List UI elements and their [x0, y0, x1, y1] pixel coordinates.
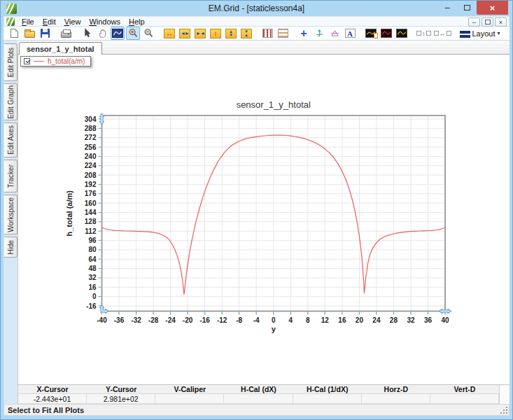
plot-dark-red-button[interactable]	[379, 27, 393, 40]
x-axis-label: y	[272, 325, 276, 333]
open-button[interactable]	[22, 27, 36, 40]
sidebar-tab-edit-graph[interactable]: Edit Graph	[4, 83, 17, 120]
layout-icon: Layout▾	[460, 29, 500, 38]
print-button[interactable]	[59, 27, 73, 40]
menu-windows[interactable]: Windows	[85, 18, 125, 26]
minimize-button[interactable]: –	[437, 1, 457, 15]
vertical-spacing-button[interactable]: ↕	[416, 27, 432, 40]
handle-top-left[interactable]	[100, 113, 104, 125]
split-horizontal-button[interactable]	[276, 27, 290, 40]
cursor-value-cell	[155, 394, 224, 404]
sidebar-tab-hide[interactable]: Hide	[4, 237, 17, 258]
select-trace-button[interactable]	[111, 27, 125, 40]
toolbar: ↔◄►►◄↕▲▼▼▲+A↕↔Layout▾	[3, 27, 510, 41]
sidebar: Edit PlotsEdit GraphEdit AxesTrackerWork…	[3, 41, 17, 404]
text-label-button[interactable]: A	[343, 27, 357, 40]
sidebar-tab-label: Edit Graph	[7, 85, 15, 119]
y-tick-label: 16	[88, 284, 97, 291]
plot-dark-red-icon	[381, 29, 392, 38]
copy-plot-button[interactable]	[364, 27, 378, 40]
zoom-out-button[interactable]	[141, 27, 155, 40]
document-area: sensor_1_y_htotal h_total(a/m) -40-36-32…	[17, 41, 510, 404]
pan-icon	[97, 28, 108, 38]
chart-svg[interactable]: -40-36-32-28-24-20-16-12-8-4048121620242…	[18, 55, 512, 382]
expand-y-icon: ▲▼	[225, 29, 237, 38]
zoom-in-button[interactable]	[126, 27, 140, 40]
crosshair-icon: +	[300, 29, 307, 38]
menu-help[interactable]: Help	[125, 18, 149, 26]
mdi-restore-button[interactable]	[482, 18, 493, 27]
plot-dark-yellow-button[interactable]	[395, 27, 409, 40]
x-tick-label: 28	[390, 316, 398, 324]
select-trace-icon	[112, 29, 123, 38]
plot-canvas[interactable]: h_total(a/m) -40-36-32-28-24-20-16-12-8-…	[17, 55, 510, 404]
split-vertical-button[interactable]	[260, 27, 274, 40]
cursor-table-header-row: X-CursorY-CursorV-CaliperH-Cal (dX)H-Cal…	[18, 385, 499, 394]
menu-edit[interactable]: Edit	[38, 18, 60, 26]
y-tick-label: -16	[86, 302, 97, 310]
cursor-col-header: Horz-D	[362, 385, 430, 393]
y-axis-label: h_total (a/m)	[65, 190, 73, 237]
caliper-button[interactable]	[328, 27, 342, 40]
caliper-icon	[330, 28, 340, 38]
menu-items: FileEditViewWindowsHelp	[17, 18, 149, 26]
layout-button[interactable]: Layout▾	[459, 27, 501, 40]
horizontal-spacing-button[interactable]: ↔	[433, 27, 452, 40]
y-tick-label: 32	[88, 274, 97, 281]
sidebar-tab-label: Hide	[7, 240, 15, 255]
x-tick-label: -28	[148, 316, 159, 324]
vertical-spacing-icon: ↕	[416, 30, 431, 37]
fit-x-button[interactable]: ↔	[162, 27, 176, 40]
cursor-value-cell	[224, 394, 293, 404]
y-tick-label: 80	[88, 246, 97, 253]
cursor-col-header: Y-Cursor	[87, 385, 155, 393]
y-tick-label: 0	[92, 293, 97, 300]
legend: h_total(a/m)	[20, 56, 91, 66]
x-tick-label: -12	[217, 316, 227, 324]
mdi-close-button[interactable]: ×	[495, 18, 507, 27]
new-document-button[interactable]	[7, 27, 21, 40]
shrink-y-button[interactable]: ▼▲	[239, 27, 253, 40]
menu-view[interactable]: View	[60, 18, 85, 26]
x-tick-label: 0	[272, 316, 276, 324]
sidebar-tab-edit-plots[interactable]: Edit Plots	[4, 43, 17, 81]
status-text: Select to Fit All Plots	[8, 406, 84, 414]
status-bar: Select to Fit All Plots	[3, 404, 510, 416]
pan-button[interactable]	[95, 27, 109, 40]
shrink-x-button[interactable]: ►◄	[193, 27, 207, 40]
horizontal-spacing-icon: ↔	[434, 30, 451, 37]
cursor-value-cell: 2.981e+02	[87, 394, 155, 404]
resize-grip[interactable]	[506, 412, 507, 414]
crosshair-button[interactable]: +	[297, 27, 311, 40]
x-tick-label: 36	[424, 316, 433, 324]
maximize-button[interactable]	[457, 1, 477, 15]
split-horizontal-icon	[278, 29, 288, 38]
zoom-in-icon	[128, 28, 139, 38]
sidebar-tab-workspace[interactable]: Workspace	[4, 195, 17, 234]
tab-sensor-1-y-htotal[interactable]: sensor_1_y_htotal	[19, 42, 102, 55]
y-tick-label: 128	[85, 218, 97, 225]
chart-title: sensor_1_y_htotal	[237, 99, 311, 110]
sidebar-tab-edit-axes[interactable]: Edit Axes	[4, 122, 17, 158]
mdi-minimize-button[interactable]: –	[468, 18, 480, 27]
sidebar-tab-tracker[interactable]: Tracker	[4, 160, 17, 192]
x-tick-label: 12	[321, 316, 330, 324]
fit-y-button[interactable]: ↕	[209, 27, 223, 40]
save-button[interactable]	[38, 27, 52, 40]
y-tick-label: 192	[85, 181, 97, 188]
tab-row: sensor_1_y_htotal	[17, 41, 510, 55]
axes-icon	[314, 28, 325, 38]
pointer-button[interactable]	[80, 27, 94, 40]
axes-button[interactable]	[312, 27, 326, 40]
x-tick-label: -32	[131, 316, 141, 324]
y-tick-label: 256	[85, 144, 97, 151]
close-button[interactable]: ×	[477, 1, 508, 15]
cursor-value-cell: -2.443e+01	[18, 394, 87, 404]
menu-file[interactable]: File	[17, 18, 38, 26]
new-document-icon	[10, 29, 18, 38]
expand-y-button[interactable]: ▲▼	[224, 27, 238, 40]
x-tick-label: 20	[356, 316, 364, 324]
expand-x-button[interactable]: ◄►	[178, 27, 192, 40]
y-tick-label: 224	[85, 162, 97, 169]
legend-checkbox[interactable]	[24, 58, 30, 64]
